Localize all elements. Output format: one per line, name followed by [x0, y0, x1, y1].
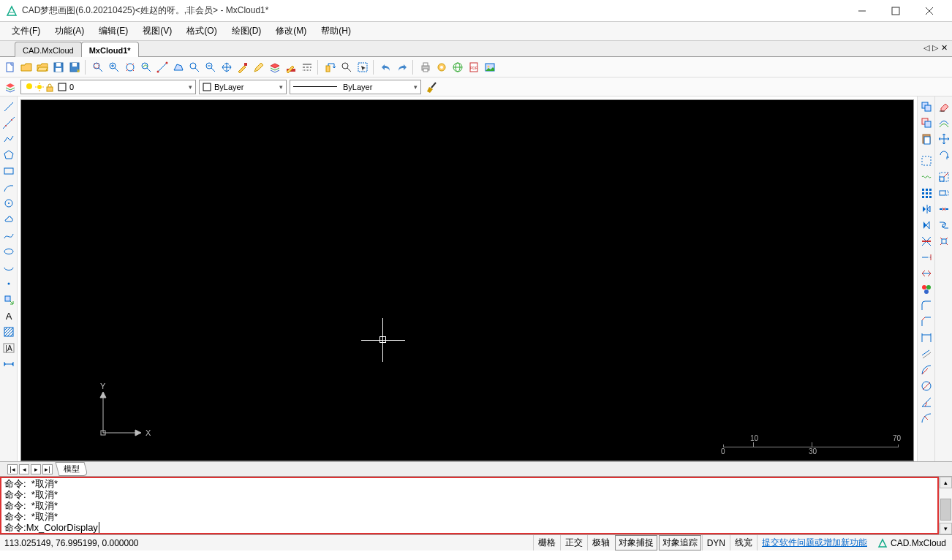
find-icon[interactable] — [339, 60, 354, 75]
extend-icon[interactable] — [919, 250, 934, 265]
settings-icon[interactable] — [434, 60, 449, 75]
flip-icon[interactable] — [919, 218, 934, 232]
menu-help[interactable]: 帮助(H) — [314, 23, 358, 39]
menu-edit[interactable]: 编辑(E) — [91, 23, 135, 39]
block-insert-icon[interactable] — [1, 292, 16, 307]
redo-icon[interactable] — [395, 60, 409, 75]
status-polar[interactable]: 极轴 — [587, 535, 614, 550]
break-icon[interactable] — [937, 202, 951, 216]
properties-icon[interactable] — [235, 60, 250, 75]
erase-icon[interactable] — [937, 99, 951, 114]
status-otrack[interactable]: 对象追踪 — [659, 535, 701, 550]
dim-angular-icon[interactable] — [919, 395, 934, 409]
open2-icon[interactable] — [35, 60, 50, 75]
linetype-select[interactable]: ByLayer ▾ — [290, 80, 421, 94]
layer-select[interactable]: 0 ▾ — [20, 80, 196, 94]
layout-first-icon[interactable]: |◂ — [7, 464, 18, 474]
zoom-entity-icon[interactable] — [139, 60, 154, 75]
paste-icon[interactable] — [919, 132, 934, 146]
layer-manager-icon[interactable] — [3, 80, 18, 94]
color-icon[interactable] — [284, 60, 298, 75]
mtext-icon[interactable]: |A — [1, 341, 16, 355]
xline-icon[interactable] — [1, 116, 16, 130]
hatch-icon[interactable] — [1, 325, 16, 339]
maximize-button[interactable] — [879, 1, 913, 21]
pan-icon[interactable] — [219, 60, 234, 75]
dim-aligned-icon[interactable] — [919, 347, 934, 361]
print-icon[interactable] — [418, 60, 433, 75]
select-icon[interactable] — [355, 60, 370, 75]
copy-icon[interactable] — [919, 99, 934, 114]
color-select[interactable]: ByLayer ▾ — [199, 80, 287, 94]
scroll-up-icon[interactable]: ▴ — [940, 477, 952, 488]
mirror-icon[interactable] — [919, 202, 934, 216]
layout-prev-icon[interactable]: ◂ — [19, 464, 29, 474]
stretch-icon[interactable] — [937, 186, 951, 200]
layers-icon[interactable] — [268, 60, 282, 75]
selectall-icon[interactable] — [919, 154, 934, 168]
minimize-button[interactable] — [845, 1, 879, 21]
status-lwt[interactable]: 线宽 — [730, 535, 757, 550]
scroll-down-icon[interactable]: ▾ — [940, 523, 952, 534]
tab-model[interactable]: 模型 — [55, 462, 88, 476]
status-dyn[interactable]: DYN — [702, 535, 730, 550]
move-icon[interactable] — [937, 132, 951, 146]
scroll-thumb[interactable] — [940, 499, 951, 521]
explode-icon[interactable] — [937, 234, 951, 249]
area-icon[interactable] — [171, 60, 186, 75]
zoom-realtime-icon[interactable] — [187, 60, 202, 75]
command-history[interactable]: 命令: *取消* 命令: *取消* 命令: *取消* 命令: *取消* 命令: … — [0, 477, 154, 534]
arc-icon[interactable] — [1, 180, 16, 194]
image-icon[interactable] — [483, 60, 497, 75]
zoom-extents-icon[interactable] — [123, 60, 137, 75]
brush-icon[interactable] — [424, 80, 439, 94]
ellipse-icon[interactable] — [1, 244, 16, 259]
linetype-icon[interactable] — [300, 60, 314, 75]
saveas-icon[interactable] — [67, 60, 82, 75]
edit-icon[interactable] — [252, 60, 266, 75]
close-button[interactable] — [913, 1, 946, 21]
rectangle-icon[interactable] — [1, 164, 16, 178]
erase-wave-icon[interactable] — [919, 170, 934, 184]
zoom-out-icon[interactable] — [203, 60, 218, 75]
menu-file[interactable]: 文件(F) — [4, 23, 48, 39]
array-icon[interactable] — [919, 186, 934, 200]
feedback-link[interactable]: 提交软件问题或增加新功能 — [757, 535, 872, 550]
menu-view[interactable]: 视图(V) — [135, 23, 179, 39]
fillet-icon[interactable] — [919, 298, 934, 313]
status-ortho[interactable]: 正交 — [560, 535, 587, 550]
join-icon[interactable] — [937, 218, 951, 232]
move-cut-icon[interactable] — [919, 266, 934, 281]
dimension-icon[interactable] — [1, 357, 16, 371]
layout-last-icon[interactable]: ▸| — [42, 464, 53, 474]
drawing-canvas[interactable]: X Y 10 70 0 30 — [21, 100, 913, 461]
command-scrollbar[interactable]: ▴ ▾ — [939, 477, 952, 534]
dim-diameter-icon[interactable] — [919, 379, 934, 393]
copy2-icon[interactable] — [919, 116, 934, 130]
pdf-icon[interactable]: PDF — [466, 60, 481, 75]
web-icon[interactable] — [450, 60, 465, 75]
menu-modify[interactable]: 修改(M) — [268, 23, 314, 39]
offset-icon[interactable] — [937, 116, 951, 130]
dim-linear-icon[interactable] — [919, 330, 934, 345]
save-icon[interactable] — [51, 60, 66, 75]
tab-cadmxcloud[interactable]: CAD.MxCloud — [15, 42, 82, 57]
point-icon[interactable] — [1, 276, 16, 291]
polyline-icon[interactable] — [1, 132, 16, 146]
circle-icon[interactable] — [1, 196, 16, 211]
rotate-icon[interactable] — [937, 148, 951, 162]
line-icon[interactable] — [1, 99, 16, 114]
layout-next-icon[interactable]: ▸ — [31, 464, 41, 474]
dim-radius-icon[interactable] — [919, 363, 934, 377]
menu-format[interactable]: 格式(O) — [179, 23, 224, 39]
status-grid[interactable]: 栅格 — [533, 535, 560, 550]
dist-icon[interactable] — [155, 60, 170, 75]
zoom-in-icon[interactable] — [107, 60, 121, 75]
open-icon[interactable] — [19, 60, 34, 75]
revcloud-icon[interactable] — [1, 212, 16, 227]
status-osnap[interactable]: 对象捕捉 — [615, 535, 657, 550]
menu-func[interactable]: 功能(A) — [48, 23, 91, 39]
ellipse-arc-icon[interactable] — [1, 260, 16, 275]
scale-icon[interactable] — [937, 170, 951, 184]
undo-icon[interactable] — [379, 60, 393, 75]
